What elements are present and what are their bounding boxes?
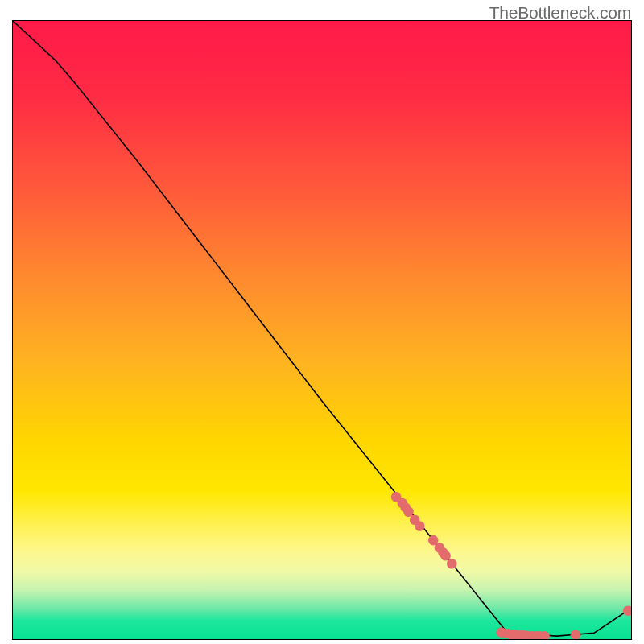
chart-frame	[12, 20, 632, 640]
chart-dot	[403, 507, 414, 518]
chart-dot	[415, 521, 425, 531]
chart-dot	[447, 559, 457, 569]
chart-dot	[440, 551, 451, 561]
chart-dot	[623, 605, 631, 616]
chart-svg	[13, 21, 631, 639]
chart-curve	[13, 21, 631, 636]
chart-dots	[391, 492, 631, 639]
chart-dot	[571, 630, 581, 639]
